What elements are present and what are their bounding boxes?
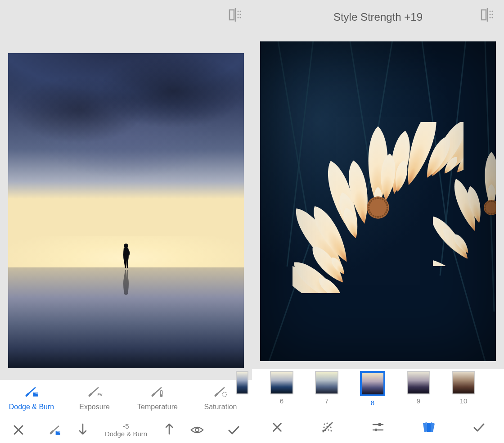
style-thumb-7[interactable]: 7	[315, 371, 338, 405]
style-strength-status: Style Strength +19	[252, 11, 504, 23]
svg-line-24	[51, 431, 53, 433]
svg-point-6	[238, 17, 239, 18]
apply-button[interactable]	[454, 420, 504, 436]
style-thumb-10[interactable]: 10	[452, 371, 475, 405]
svg-rect-0	[230, 10, 234, 20]
adjust-button[interactable]	[353, 420, 403, 436]
style-thumb-9[interactable]: 9	[407, 371, 430, 405]
svg-line-23	[53, 426, 58, 432]
brush-temp-icon	[149, 386, 166, 398]
tool-exposure[interactable]: EV Exposure	[63, 380, 126, 417]
svg-point-22	[222, 392, 227, 397]
svg-point-34	[492, 17, 493, 18]
thumb-label: 6	[280, 397, 284, 405]
brush-dodgeburn-icon	[23, 386, 40, 398]
cancel-button[interactable]	[0, 423, 36, 437]
brush-sat-icon	[212, 386, 229, 398]
edited-photo-left[interactable]	[8, 53, 244, 368]
tool-label: Saturation	[204, 403, 237, 411]
close-icon	[271, 421, 284, 435]
svg-line-17	[153, 393, 155, 396]
texture-icon	[321, 420, 334, 436]
svg-point-102	[330, 430, 332, 431]
tool-dodge-burn[interactable]: Dodge & Burn	[0, 380, 63, 417]
svg-point-97	[323, 426, 324, 428]
compare-icon[interactable]	[228, 7, 243, 23]
svg-rect-107	[378, 423, 381, 426]
styles-button[interactable]	[403, 420, 454, 436]
value-up-button[interactable]	[164, 423, 174, 437]
svg-point-8	[124, 244, 128, 248]
svg-point-31	[490, 14, 491, 15]
svg-line-20	[217, 388, 224, 393]
swatches-icon	[421, 420, 436, 436]
tool-temperature[interactable]: Temperature	[126, 380, 189, 417]
canvas-area-right: Style Strength +19	[252, 0, 504, 369]
svg-point-94	[324, 423, 325, 425]
compare-icon[interactable]	[480, 7, 495, 23]
style-thumb-left[interactable]	[236, 371, 248, 397]
svg-point-32	[492, 14, 493, 15]
svg-rect-18	[161, 391, 162, 395]
apply-button[interactable]	[216, 423, 252, 437]
svg-point-4	[238, 14, 239, 15]
tool-label: Dodge & Burn	[9, 403, 54, 411]
sliders-icon	[371, 420, 385, 436]
svg-point-30	[492, 11, 493, 12]
thumb-label: 9	[417, 397, 420, 405]
svg-point-3	[240, 11, 241, 12]
value-down-button[interactable]	[78, 423, 88, 437]
preview-button[interactable]	[179, 423, 215, 437]
svg-line-14	[90, 393, 92, 396]
svg-point-99	[330, 426, 331, 428]
check-icon	[472, 420, 486, 436]
svg-point-19	[160, 394, 163, 397]
tool-label: Temperature	[137, 403, 178, 411]
svg-point-2	[238, 11, 239, 12]
svg-rect-27	[482, 10, 486, 20]
brush-value: -5	[123, 422, 129, 430]
edited-photo-right[interactable]	[260, 41, 496, 361]
style-thumb-6[interactable]: 6	[270, 371, 293, 405]
svg-line-21	[216, 393, 218, 396]
svg-line-11	[27, 393, 29, 396]
svg-point-26	[195, 428, 199, 432]
style-thumb-8[interactable]: 8	[360, 371, 385, 407]
person-silhouette	[120, 242, 132, 269]
thumb-label: 10	[460, 397, 468, 405]
brush-name: Dodge & Burn	[105, 430, 147, 438]
canvas-area-left	[0, 0, 252, 380]
cancel-button[interactable]	[252, 421, 302, 435]
svg-point-29	[490, 11, 491, 12]
svg-text:EV: EV	[98, 393, 103, 397]
texture-button[interactable]	[302, 420, 353, 436]
tool-label: Exposure	[79, 403, 110, 411]
thumb-label: 8	[371, 399, 374, 407]
svg-point-95	[326, 422, 328, 424]
brush-ev-icon: EV	[86, 386, 103, 398]
thumb-label: 7	[325, 397, 328, 405]
svg-point-33	[490, 17, 491, 18]
active-brush-icon[interactable]	[36, 423, 73, 437]
brush-status: -5 Dodge & Burn	[105, 422, 147, 438]
svg-point-101	[328, 429, 329, 430]
style-thumbnail-strip[interactable]: 6 7 8 9 10	[252, 369, 504, 413]
svg-point-5	[240, 14, 241, 15]
svg-rect-108	[375, 429, 377, 431]
svg-point-7	[240, 17, 241, 18]
